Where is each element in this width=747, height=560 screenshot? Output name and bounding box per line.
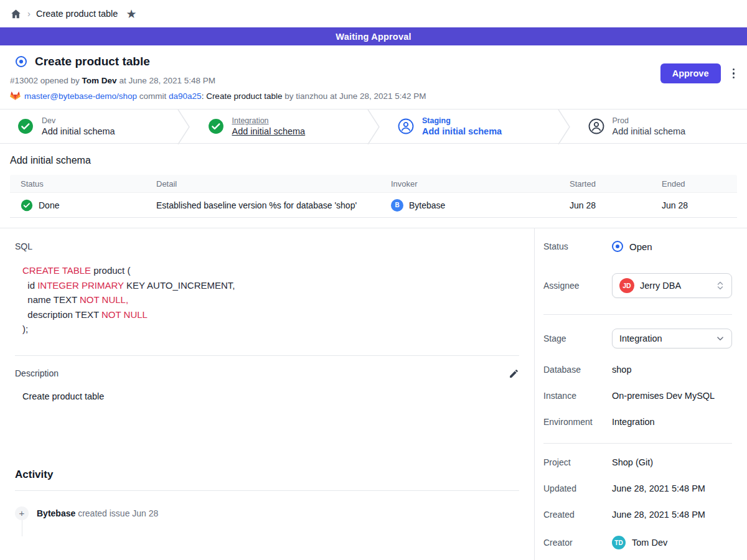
- activity-heading: Activity: [15, 469, 519, 481]
- approval-banner-text: Waiting Approval: [336, 32, 411, 42]
- updated-value: June 28, 2021 5:48 PM: [612, 483, 705, 493]
- issue-meta: #13002 opened by Tom Dev at June 28, 202…: [10, 76, 737, 85]
- issue-open-time: at June 28, 2021 5:48 PM: [117, 76, 215, 85]
- task-ended: Jun 28: [662, 200, 688, 210]
- stage-select[interactable]: Integration: [612, 329, 732, 348]
- creator-avatar: TD: [612, 536, 626, 549]
- stage-task-label: Add initial schema: [422, 126, 502, 136]
- breadcrumb-title: Create product table: [36, 9, 118, 19]
- stage-staging[interactable]: Staging Add initial schema: [380, 110, 557, 143]
- home-icon[interactable]: [10, 8, 22, 20]
- task-heading: Add initial schema: [10, 155, 737, 166]
- task-section: Add initial schema Status Detail Invoker…: [0, 144, 747, 218]
- stage-task-label: Add initial schema: [42, 126, 115, 136]
- timeline-line: [22, 520, 22, 536]
- commit-hash-link[interactable]: da90a25: [169, 91, 202, 101]
- task-table-header: Status Detail Invoker Started Ended: [10, 175, 737, 192]
- check-circle-icon: [21, 199, 33, 212]
- stage-prod[interactable]: Prod Add initial schema: [571, 110, 747, 143]
- chevron-down-icon: [716, 334, 725, 343]
- stage-task-label: Add initial schema: [232, 126, 306, 136]
- activity-section: Activity + Bytebase created issue Jun 28: [15, 469, 519, 536]
- col-ended: Ended: [651, 179, 737, 189]
- user-circle-icon: [588, 118, 604, 134]
- divider: [543, 314, 732, 315]
- environment-value: Integration: [612, 417, 655, 427]
- database-label: Database: [543, 365, 612, 375]
- divider: [15, 490, 519, 491]
- pipeline-stages: Dev Add initial schema Integration Add i…: [0, 109, 747, 144]
- invoker-avatar: B: [391, 199, 403, 212]
- check-circle-icon: [208, 118, 224, 134]
- task-status: Done: [39, 200, 59, 210]
- instance-label: Instance: [543, 391, 612, 401]
- divider: [543, 443, 732, 444]
- project-label: Project: [543, 457, 612, 467]
- issue-header: Create product table Approve #13002 open…: [0, 45, 747, 109]
- task-started: Jun 28: [570, 200, 596, 210]
- chevron-up-down-icon: [716, 281, 725, 291]
- issue-id-text: #13002 opened by: [10, 76, 82, 85]
- description-label: Description: [15, 368, 59, 378]
- stage-env-label: Dev: [42, 116, 115, 125]
- stage-task-label: Add initial schema: [613, 126, 686, 136]
- more-options-icon[interactable]: [730, 66, 738, 82]
- status-value: Open: [629, 241, 652, 252]
- project-value: Shop (Git): [612, 457, 653, 467]
- issue-open-icon: [16, 56, 27, 67]
- issue-detail-panel: SQL CREATE TABLE product ( id INTEGER PR…: [0, 228, 534, 560]
- check-circle-icon: [17, 118, 34, 134]
- creator-value: Tom Dev: [632, 538, 667, 548]
- user-circle-icon: [398, 118, 414, 134]
- status-label: Status: [543, 241, 612, 251]
- sql-label: SQL: [15, 241, 519, 251]
- issue-author: Tom Dev: [82, 76, 117, 85]
- stage-env-label: Staging: [422, 116, 502, 125]
- created-value: June 28, 2021 5:48 PM: [612, 510, 705, 520]
- description-text: Create product table: [22, 391, 519, 401]
- commit-message: : Create product table: [202, 91, 283, 101]
- gitlab-icon: [10, 91, 21, 101]
- creator-label: Creator: [543, 538, 612, 548]
- approve-button[interactable]: Approve: [660, 63, 721, 83]
- updated-label: Updated: [543, 483, 612, 493]
- stage-separator: [557, 110, 571, 143]
- task-invoker: Bytebase: [409, 200, 445, 210]
- commit-word: commit: [137, 91, 169, 101]
- table-row: Done Established baseline version %s for…: [10, 192, 737, 218]
- assignee-avatar: JD: [619, 278, 634, 293]
- divider: [15, 355, 519, 356]
- col-started: Started: [559, 179, 651, 189]
- bookmark-star-icon[interactable]: ★: [126, 8, 136, 20]
- edit-pencil-icon[interactable]: [509, 368, 519, 379]
- sql-code: CREATE TABLE product ( id INTEGER PRIMAR…: [22, 263, 519, 337]
- col-status: Status: [10, 179, 146, 189]
- stage-dev[interactable]: Dev Add initial schema: [0, 110, 177, 143]
- chevron-right-icon: ›: [27, 8, 31, 19]
- list-item: + Bytebase created issue Jun 28: [15, 506, 519, 520]
- issue-sidebar: Status Open Assignee JD Jerry DBA Stage …: [534, 228, 747, 560]
- page-title: Create product table: [35, 55, 150, 68]
- col-invoker: Invoker: [380, 179, 559, 189]
- assignee-label: Assignee: [543, 281, 612, 291]
- database-value: shop: [612, 365, 631, 375]
- stage-env-label: Prod: [613, 116, 686, 125]
- assignee-select[interactable]: JD Jerry DBA: [612, 273, 732, 298]
- breadcrumb: › Create product table ★: [0, 0, 747, 27]
- assignee-value: Jerry DBA: [640, 281, 681, 291]
- activity-date: Jun 28: [132, 508, 158, 518]
- stage-label: Stage: [543, 334, 612, 343]
- activity-action: created issue: [75, 508, 132, 518]
- stage-env-label: Integration: [232, 116, 306, 125]
- branch-repo-link[interactable]: master@bytebase-demo/shop: [24, 91, 137, 101]
- stage-integration[interactable]: Integration Add initial schema: [190, 110, 367, 143]
- plus-icon: +: [15, 506, 29, 520]
- created-label: Created: [543, 510, 612, 520]
- activity-actor: Bytebase: [37, 508, 75, 518]
- environment-label: Environment: [543, 417, 612, 427]
- instance-value: On-premises Dev MySQL: [612, 391, 715, 401]
- task-detail: Established baseline version %s for data…: [156, 200, 357, 210]
- commit-info: master@bytebase-demo/shop commit da90a25…: [10, 91, 737, 101]
- status-open-icon: [612, 241, 623, 252]
- stage-separator: [367, 110, 380, 143]
